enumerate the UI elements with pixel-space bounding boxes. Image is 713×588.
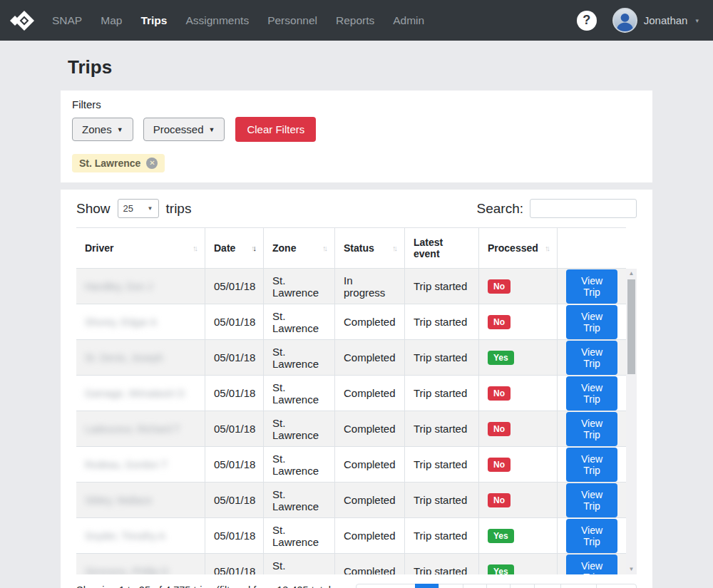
trip-date: 05/01/18 — [205, 554, 263, 574]
scrollbar-thumb[interactable] — [627, 279, 635, 374]
pagination-item[interactable]: 191 — [560, 584, 597, 588]
pagination-item[interactable]: Next — [596, 584, 637, 588]
view-trip-button[interactable]: View Trip — [566, 412, 617, 446]
nav-item-trips[interactable]: Trips — [131, 0, 176, 41]
table-row: Gamage, Wimalasiri D 05/01/18 St. Lawren… — [76, 376, 626, 411]
processed-badge: No — [488, 493, 511, 507]
nav-item-assignments[interactable]: Assignments — [176, 0, 258, 41]
column-header[interactable]: Zone ↑↓ — [263, 228, 334, 268]
latest-event: Trip started — [404, 269, 478, 304]
nav-item-personnel[interactable]: Personnel — [258, 0, 327, 41]
remove-filter-icon[interactable]: ✕ — [146, 158, 158, 169]
scroll-down-icon[interactable]: ▼ — [629, 564, 635, 574]
page-size-select[interactable]: 25 ▼ — [118, 199, 159, 218]
trip-date: 05/01/18 — [205, 269, 263, 304]
filters-panel: Filters Zones ▼ Processed ▼ Clear Filter… — [61, 91, 652, 182]
pagination: Previous 1 2 3 4 5 ... 191 Next — [356, 584, 637, 588]
trip-zone: St. Lawrence — [263, 447, 334, 482]
driver-name: Handley, Don J — [85, 281, 153, 292]
trip-date: 05/01/18 — [205, 411, 263, 446]
processed-filter-dropdown[interactable]: Processed ▼ — [143, 118, 225, 141]
avatar — [612, 8, 637, 33]
brand-logo-icon[interactable] — [6, 6, 34, 35]
trip-date: 05/01/18 — [205, 447, 263, 482]
trip-zone: St. Lawrence — [263, 411, 334, 446]
user-name: Jonathan — [644, 14, 688, 26]
sort-icon: ↑↓ — [322, 244, 326, 252]
nav-item-admin[interactable]: Admin — [384, 0, 434, 41]
active-filter-tag: St. Lawrence ✕ — [72, 154, 165, 172]
trip-status: Completed — [334, 483, 404, 517]
processed-badge: No — [488, 386, 511, 401]
column-header[interactable]: Status ↑↓ — [334, 228, 404, 268]
sort-icon: ↑↓ — [392, 244, 396, 252]
view-trip-button[interactable]: View Trip — [566, 519, 617, 553]
filters-label: Filters — [72, 98, 641, 110]
clear-filters-button[interactable]: Clear Filters — [235, 117, 316, 142]
column-header[interactable]: Date ↑↓ — [205, 228, 263, 268]
results-summary: Showing 1 to 25 of 4,775 trips (filtered… — [76, 584, 356, 588]
table-row: Sibley, Wallace 05/01/18 St. Lawrence Co… — [76, 483, 626, 518]
pagination-item[interactable]: 5 — [510, 584, 534, 588]
trip-zone: St. Lawrence — [263, 340, 334, 375]
column-header[interactable]: Latest event — [404, 228, 478, 268]
latest-event: Trip started — [404, 518, 478, 553]
driver-name: Snyder, Timothy A — [85, 530, 165, 542]
pagination-item[interactable]: 3 — [463, 584, 487, 588]
nav-links: SNAPMapTripsAssignmentsPersonnelReportsA… — [43, 0, 434, 41]
table-body: Handley, Don J 05/01/18 St. Lawrence In … — [76, 269, 626, 574]
chevron-down-icon: ▼ — [209, 126, 215, 133]
help-icon[interactable]: ? — [577, 11, 597, 31]
trip-zone: St. Lawrence — [263, 518, 334, 553]
column-header[interactable]: Processed ↑↓ — [478, 228, 557, 268]
table-scrollbar[interactable]: ▲ ▼ — [626, 269, 637, 574]
table-row: Rodeau, Gordon T 05/01/18 St. Lawrence C… — [76, 447, 626, 483]
view-trip-button[interactable]: View Trip — [566, 483, 617, 517]
scroll-up-icon[interactable]: ▲ — [629, 269, 635, 279]
trip-status: Completed — [334, 411, 404, 446]
driver-name: Ladouceur, Richard T — [85, 423, 180, 435]
nav-item-map[interactable]: Map — [91, 0, 131, 41]
nav-item-reports[interactable]: Reports — [327, 0, 384, 41]
latest-event: Trip started — [404, 376, 478, 411]
trip-zone: St. Lawrence — [263, 554, 334, 574]
show-suffix-label: trips — [166, 201, 192, 217]
search-input[interactable] — [530, 199, 637, 218]
pagination-item[interactable]: 1 — [415, 584, 439, 588]
driver-name: St. Denis, Joseph — [85, 352, 163, 363]
show-label: Show — [76, 201, 111, 217]
nav-item-snap[interactable]: SNAP — [43, 0, 91, 41]
column-header[interactable] — [557, 228, 626, 268]
sort-icon: ↑↓ — [545, 244, 548, 252]
view-trip-button[interactable]: View Trip — [566, 555, 617, 575]
column-header-label: Zone — [272, 242, 296, 254]
chevron-down-icon: ▼ — [117, 126, 123, 133]
table-row: Ladouceur, Richard T 05/01/18 St. Lawren… — [76, 411, 626, 447]
trip-status: Completed — [334, 554, 404, 574]
trip-status: Completed — [334, 304, 404, 339]
pagination-item[interactable]: 4 — [486, 584, 511, 588]
view-trip-button[interactable]: View Trip — [566, 269, 617, 304]
pagination-item[interactable]: 2 — [438, 584, 463, 588]
view-trip-button[interactable]: View Trip — [566, 376, 617, 411]
table-row: Snyder, Timothy A 05/01/18 St. Lawrence … — [76, 518, 626, 554]
column-header-label: Latest event — [414, 237, 470, 259]
table-row: Simmons, Phillip D 05/01/18 St. Lawrence… — [76, 554, 626, 574]
pagination-item: ... — [534, 584, 562, 588]
column-header[interactable]: Driver ↑↓ — [76, 228, 205, 268]
view-trip-button[interactable]: View Trip — [566, 341, 617, 375]
table-header-row: Driver ↑↓ Date ↑↓ Zone ↑↓ Status ↑↓ Late… — [76, 227, 626, 269]
zones-filter-dropdown[interactable]: Zones ▼ — [72, 118, 133, 141]
chevron-down-icon: ▼ — [148, 205, 153, 212]
trip-zone: St. Lawrence — [263, 376, 334, 411]
column-header-label: Date — [214, 242, 235, 254]
processed-badge: Yes — [488, 351, 514, 365]
column-header-label: Driver — [85, 242, 113, 254]
trips-table-panel: Show 25 ▼ trips Search: Driver ↑↓ Date ↑… — [61, 190, 652, 588]
view-trip-button[interactable]: View Trip — [566, 448, 617, 482]
trip-status: Completed — [334, 376, 404, 411]
column-header-label: Status — [344, 242, 374, 254]
processed-badge: No — [488, 422, 511, 436]
view-trip-button[interactable]: View Trip — [566, 305, 617, 339]
user-menu[interactable]: Jonathan ▾ — [612, 8, 699, 33]
